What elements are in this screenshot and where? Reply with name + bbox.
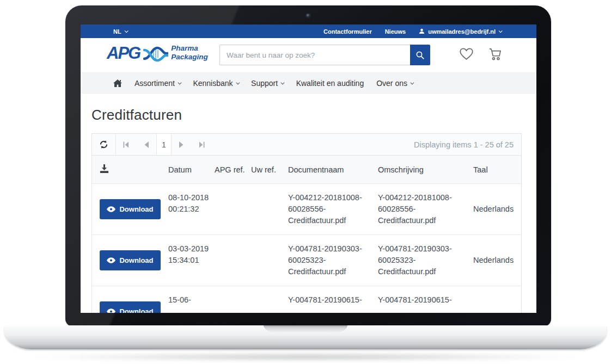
omschrijving-cell: Y-004781-20190303-60025323-Creditfactuur… xyxy=(378,235,473,286)
laptop-reflection xyxy=(33,353,578,361)
column-header-documentnaam: Documentnaam xyxy=(288,165,378,174)
chevron-down-icon xyxy=(499,29,503,33)
logo-brand-text: APG xyxy=(107,45,140,61)
nav-kwaliteit-en-auditing[interactable]: Kwaliteit en auditing xyxy=(296,79,364,88)
uw-ref-cell xyxy=(251,286,288,313)
last-page-button[interactable] xyxy=(192,134,212,155)
column-header-datum: Datum xyxy=(168,165,215,174)
news-link[interactable]: Nieuws xyxy=(385,28,406,35)
heart-icon xyxy=(459,47,474,60)
documents-grid: 1 Displaying items 1 - 25 of 25 xyxy=(91,133,522,313)
documentnaam-cell: Y-004781-20190303-60025323-Creditfactuur… xyxy=(288,235,378,286)
user-icon xyxy=(419,28,425,34)
browser-viewport: NL Contactformulier Nieuws uwmailadres@b… xyxy=(81,24,536,313)
eye-icon xyxy=(107,206,115,212)
search-button[interactable] xyxy=(410,45,430,65)
download-column-header xyxy=(92,164,168,175)
download-cell: Download xyxy=(92,235,168,286)
download-button[interactable]: Download xyxy=(100,250,161,270)
download-button-label: Download xyxy=(119,256,153,264)
table-row: Download 08-10-2018 00:21:32 Y-004212-20… xyxy=(92,184,521,235)
last-page-icon xyxy=(199,141,205,148)
refresh-icon xyxy=(99,140,108,149)
topbar-links: Contactformulier Nieuws uwmailadres@bedr… xyxy=(323,28,502,35)
wishlist-button[interactable] xyxy=(459,47,474,63)
nav-kennisbank[interactable]: Kennisbank xyxy=(193,79,239,88)
first-page-icon xyxy=(123,141,129,148)
chevron-down-icon xyxy=(411,81,414,84)
nav-label: Assortiment xyxy=(135,79,175,88)
home-icon xyxy=(113,79,122,87)
page-content: Creditfacturen xyxy=(81,107,536,313)
previous-page-button[interactable] xyxy=(136,134,156,155)
search-icon xyxy=(416,51,425,60)
grid-toolbar: 1 Displaying items 1 - 25 of 25 xyxy=(92,134,521,156)
download-button[interactable]: Download xyxy=(100,301,161,313)
datum-cell: 08-10-2018 00:21:32 xyxy=(168,184,215,235)
column-header-omschrijving: Omschrijving xyxy=(378,165,473,174)
site-header: APG Pharma Packaging xyxy=(81,38,536,72)
site-logo[interactable]: APG Pharma Packaging xyxy=(107,44,208,62)
chevron-down-icon xyxy=(236,81,239,84)
page-title: Creditfacturen xyxy=(91,107,526,124)
chevron-down-icon xyxy=(281,81,284,84)
download-button[interactable]: Download xyxy=(100,199,161,219)
datum-cell: 15-06- xyxy=(168,286,215,313)
chevron-down-icon xyxy=(124,29,128,33)
documentnaam-cell: Y-004781-20190615- xyxy=(288,286,378,313)
contact-link[interactable]: Contactformulier xyxy=(323,28,372,35)
account-email: uwmailadres@bedrijf.nl xyxy=(428,28,496,35)
shopping-cart-icon xyxy=(488,47,503,61)
taal-cell: Nederlands xyxy=(473,235,521,286)
download-button-label: Download xyxy=(119,205,153,213)
column-header-taal: Taal xyxy=(473,165,521,174)
account-menu[interactable]: uwmailadres@bedrijf.nl xyxy=(419,28,502,35)
items-count-status: Displaying items 1 - 25 of 25 xyxy=(414,140,521,149)
nav-home[interactable] xyxy=(113,79,122,87)
taal-cell xyxy=(473,286,521,313)
cart-button[interactable] xyxy=(488,47,503,63)
nav-support[interactable]: Support xyxy=(251,79,284,88)
uw-ref-cell xyxy=(251,184,288,235)
download-button-label: Download xyxy=(119,307,153,313)
search-input[interactable] xyxy=(219,45,410,65)
omschrijving-cell: Y-004781-20190615- xyxy=(378,286,473,313)
nav-label: Kwaliteit en auditing xyxy=(296,79,364,88)
language-selector[interactable]: NL xyxy=(113,28,127,35)
nav-over-ons[interactable]: Over ons xyxy=(376,79,413,88)
eye-icon xyxy=(107,309,115,313)
column-header-apg-ref: APG ref. xyxy=(215,165,251,174)
download-cell: Download xyxy=(92,286,168,313)
dna-helix-icon xyxy=(143,45,168,62)
logo-tagline-line1: Pharma xyxy=(171,44,208,53)
language-label: NL xyxy=(113,28,121,35)
next-page-icon xyxy=(179,141,184,148)
apg-ref-cell xyxy=(215,235,251,286)
laptop-base xyxy=(4,325,607,349)
column-header-uw-ref: Uw ref. xyxy=(251,165,288,174)
nav-label: Support xyxy=(251,79,278,88)
apg-ref-cell xyxy=(215,286,251,313)
nav-label: Kennisbank xyxy=(193,79,233,88)
webcam-icon xyxy=(306,14,310,18)
download-cell: Download xyxy=(92,184,168,235)
laptop-screen-bezel: NL Contactformulier Nieuws uwmailadres@b… xyxy=(65,5,551,326)
search-bar xyxy=(219,45,430,65)
chevron-down-icon xyxy=(178,81,181,84)
documentnaam-cell: Y-004212-20181008-60028556-Creditfactuur… xyxy=(288,184,378,235)
laptop-base-notch xyxy=(264,325,347,334)
next-page-button[interactable] xyxy=(172,134,192,155)
utility-topbar: NL Contactformulier Nieuws uwmailadres@b… xyxy=(81,24,536,38)
apg-ref-cell xyxy=(215,184,251,235)
datum-cell: 03-03-2019 15:34:01 xyxy=(168,235,215,286)
current-page-indicator[interactable]: 1 xyxy=(156,134,172,155)
first-page-button[interactable] xyxy=(116,134,136,155)
nav-assortiment[interactable]: Assortiment xyxy=(135,79,180,88)
previous-page-icon xyxy=(144,141,149,148)
main-navigation: Assortiment Kennisbank Support Kwaliteit… xyxy=(81,72,536,94)
table-row: Download 03-03-2019 15:34:01 Y-004781-20… xyxy=(92,235,521,286)
logo-tagline-line2: Packaging xyxy=(171,53,208,61)
omschrijving-cell: Y-004212-20181008-60028556-Creditfactuur… xyxy=(378,184,473,235)
refresh-button[interactable] xyxy=(92,134,116,155)
pagination: 1 xyxy=(116,134,212,155)
